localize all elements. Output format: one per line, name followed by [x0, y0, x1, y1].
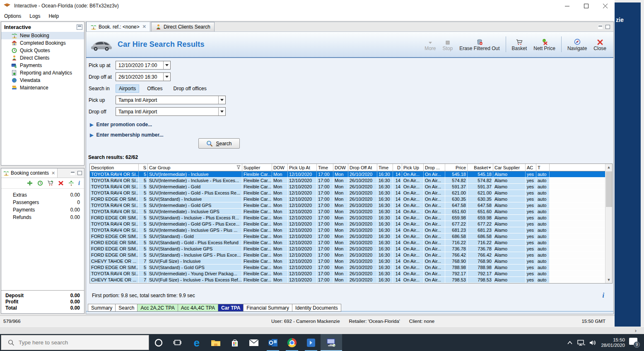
- child-restore-icon[interactable]: [605, 25, 610, 29]
- sidebar-item-quick-quotes[interactable]: Quick Quotes: [1, 47, 84, 54]
- add-icon[interactable]: [27, 180, 33, 186]
- child-minimize-icon[interactable]: [598, 25, 603, 29]
- stop-button[interactable]: Stop: [440, 37, 456, 53]
- dropoff-location-combobox[interactable]: Tampa Intl Airport: [116, 107, 226, 116]
- column-header-car_group[interactable]: Car Group: [148, 164, 242, 171]
- scroll-up-icon[interactable]: ▲: [605, 164, 612, 171]
- taskbar-store-icon[interactable]: [225, 334, 244, 351]
- table-row[interactable]: CHEVY TAHOE OR ...7SUV(Full Size) - Incl…: [90, 258, 605, 264]
- taskbar-outlook-icon[interactable]: [263, 334, 282, 351]
- pickup-location-combobox[interactable]: Tampa Intl Airport: [116, 96, 226, 104]
- column-header-pickup_loc[interactable]: Pick Up: [402, 164, 424, 171]
- erase-filtered-out-button[interactable]: Erase Filtered Out: [456, 37, 502, 53]
- maximize-button[interactable]: [576, 0, 596, 12]
- column-header-supplier[interactable]: Supplier: [242, 164, 272, 171]
- tab-close-icon[interactable]: ✕: [142, 24, 146, 29]
- column-header-dropoff_date[interactable]: Drop Off At: [348, 164, 377, 171]
- taskbar-explorer-icon[interactable]: [206, 334, 225, 351]
- taskbar-mail-icon[interactable]: [244, 334, 263, 351]
- sidebar-collapse-button[interactable]: [77, 24, 82, 30]
- column-header-pickup_time[interactable]: Time: [317, 164, 333, 171]
- sidebar-item-completed-bookings[interactable]: Completed Bookings: [1, 39, 84, 47]
- sidebar-item-maintenance[interactable]: Maintenance: [1, 84, 84, 91]
- tab-summary[interactable]: Summary: [88, 304, 116, 312]
- table-row[interactable]: TOYOTA RAV4 OR SI...5SUV(Intermediate) -…: [90, 209, 605, 215]
- table-row[interactable]: FORD EDGE OR SIM...5SUV(Standard) - Gold…: [90, 240, 605, 246]
- tab-financial-summary[interactable]: Financial Summary: [244, 304, 292, 312]
- column-header-price[interactable]: Price: [445, 164, 468, 171]
- network-icon[interactable]: [577, 339, 585, 346]
- taskbar-arrow-app-icon[interactable]: [301, 334, 321, 351]
- taskbar-cortana-button[interactable]: [149, 334, 168, 351]
- table-row[interactable]: FORD EDGE OR SIM...5SUV(Standard) - Gold…: [90, 264, 605, 271]
- palm-up-icon[interactable]: [68, 180, 75, 186]
- table-row[interactable]: TOYOTA RAV4 OR SI...5SUV(Intermediate) -…: [90, 202, 605, 209]
- tab-search[interactable]: Search: [116, 304, 137, 312]
- table-row[interactable]: TOYOTA RAV4 OR SI...5SUV(Intermediate) -…: [90, 271, 605, 277]
- tray-chevron-up-icon[interactable]: [567, 341, 573, 345]
- close-window-button[interactable]: [596, 0, 615, 12]
- panel-minimize-icon[interactable]: [70, 171, 75, 175]
- column-header-dow_pickup[interactable]: DOW: [272, 164, 288, 171]
- chevron-down-icon[interactable]: [163, 73, 170, 81]
- chevron-down-icon[interactable]: [218, 108, 225, 115]
- tray-clock[interactable]: 15:50 28/01/2020: [601, 337, 625, 348]
- basket-button[interactable]: Basket: [509, 37, 530, 53]
- scrollbar-thumb[interactable]: [606, 171, 612, 207]
- scroll-right-icon[interactable]: ›: [635, 327, 637, 334]
- minimize-button[interactable]: [557, 0, 576, 12]
- taskbar-taskview-button[interactable]: [168, 334, 187, 351]
- chevron-down-icon[interactable]: [218, 96, 225, 104]
- sidebar-item-payments[interactable]: $ Payments: [1, 62, 84, 69]
- sidebar-item-new-booking[interactable]: New Booking: [1, 32, 84, 39]
- speaker-icon[interactable]: [589, 340, 597, 346]
- membership-number-expander[interactable]: ▶ Enter membership number...: [90, 132, 613, 138]
- tab-booking-ref[interactable]: Book. ref.: <none> ✕: [86, 22, 150, 31]
- table-row[interactable]: TOYOTA RAV4 OR SI...5SUV(Intermediate) -…: [90, 184, 605, 190]
- tab-car-tpa[interactable]: Car TPA: [218, 304, 244, 312]
- search-in-dropoff-offices[interactable]: Drop off offices: [170, 85, 209, 92]
- taskbar-remote-desktop-icon[interactable]: [321, 334, 342, 351]
- info-icon[interactable]: i: [78, 180, 80, 187]
- filter-icon[interactable]: [236, 164, 241, 171]
- notification-center-icon[interactable]: 9: [629, 338, 640, 348]
- column-header-car_supplier[interactable]: Car Supplier: [493, 164, 526, 171]
- table-row[interactable]: FORD EDGE OR SIM...5SUV(Standard) - Gold…: [90, 233, 605, 240]
- taskbar-edge-icon[interactable]: e: [187, 334, 206, 351]
- search-button[interactable]: Search: [198, 138, 240, 149]
- menu-logs[interactable]: Logs: [25, 12, 44, 20]
- column-header-description[interactable]: Description: [90, 164, 139, 171]
- vertical-scrollbar[interactable]: ▲ ▼: [605, 164, 612, 283]
- column-header-dropoff_time[interactable]: Time: [377, 164, 393, 171]
- table-row[interactable]: FORD EDGE OR SIM...5SUV(Standard) - Incl…: [90, 252, 605, 258]
- table-row[interactable]: FORD EDGE OR SIM...5SUV(Standard) - Incl…: [90, 196, 605, 202]
- column-header-seats[interactable]: S: [139, 164, 148, 171]
- promotion-code-expander[interactable]: ▶ Enter promotion code...: [90, 121, 613, 128]
- menu-help[interactable]: Help: [44, 12, 63, 20]
- tab-acc-4a4c-tpa[interactable]: Acc 4A,4C TPA: [178, 304, 218, 312]
- sidebar-item-viewdata[interactable]: Viewdata: [1, 77, 84, 84]
- column-header-days[interactable]: D: [393, 164, 402, 171]
- navigate-button[interactable]: Navigate: [564, 37, 590, 53]
- menu-options[interactable]: Options: [0, 12, 25, 20]
- table-row[interactable]: TOYOTA RAV4 OR SI...5SUV(Intermediate) -…: [90, 178, 605, 184]
- scroll-down-icon[interactable]: ▼: [605, 276, 612, 283]
- taskbar-chrome-icon[interactable]: [282, 334, 301, 351]
- panel-maximize-icon[interactable]: [77, 171, 82, 175]
- nett-price-button[interactable]: Nett Price: [531, 37, 558, 53]
- close-panel-icon[interactable]: ✕: [51, 171, 55, 176]
- pickup-at-combobox[interactable]: 12/10/2020 17:00: [116, 61, 171, 70]
- table-row[interactable]: FORD EDGE OR SIM...5SUV(Standard) - Incl…: [90, 215, 605, 221]
- taskbar-search-box[interactable]: [1, 335, 149, 350]
- column-header-ac[interactable]: AC: [526, 164, 536, 171]
- chevron-down-icon[interactable]: [163, 61, 170, 69]
- basket-move-icon[interactable]: [47, 180, 54, 186]
- tab-direct-clients-search[interactable]: Direct Clients Search: [151, 22, 215, 31]
- booking-contents-tab[interactable]: Booking contents ✕: [1, 168, 58, 178]
- dropoff-at-combobox[interactable]: 26/10/2020 16:30: [116, 72, 171, 81]
- column-header-dow_dropoff[interactable]: DOW: [333, 164, 348, 171]
- column-header-t[interactable]: T: [536, 164, 550, 171]
- table-row[interactable]: TOYOTA RAV4 OR SI...5SUV(Intermediate) -…: [90, 227, 605, 233]
- column-header-basket[interactable]: Basket: [468, 164, 493, 171]
- column-header-pickup_date[interactable]: Pick Up At: [288, 164, 317, 171]
